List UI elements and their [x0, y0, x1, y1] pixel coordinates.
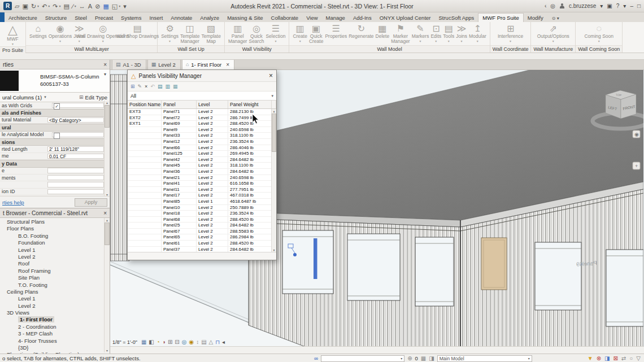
isolate-panel-icon[interactable]: ▦	[173, 84, 178, 89]
design-options-icon[interactable]: ◨	[429, 355, 434, 361]
analytical-model-icon[interactable]: △	[209, 339, 214, 346]
dialog-close-icon[interactable]: ×	[269, 72, 273, 80]
tree-item-1-first-floor[interactable]: 1- First Floor	[0, 316, 110, 323]
markers-button[interactable]: ✎Markers▾	[412, 23, 429, 43]
tree-item-foundation[interactable]: Foundation	[0, 239, 110, 246]
edit-panel-icon[interactable]: ✎	[138, 84, 142, 89]
ribbon-tab-massing-site[interactable]: Massing & Site	[223, 14, 267, 22]
pin-icon[interactable]: ○	[629, 355, 633, 361]
delete-button[interactable]: ▦Delete	[376, 23, 390, 39]
scale-button[interactable]: 1/8" = 1'-0"	[112, 339, 137, 345]
panel-row-panel42[interactable]: Panel42Level 2284.6482 lb	[128, 157, 272, 163]
property-row-tural-material[interactable]: tural Material<By Category>	[0, 117, 104, 124]
panel-row-panel45[interactable]: Panel45Level 2318.1100 lb	[128, 163, 272, 169]
worksharing-display-icon[interactable]: ↕	[196, 339, 199, 346]
properties-button[interactable]: ☰Properties	[325, 23, 347, 39]
operations-button[interactable]: ◉Operations▾	[49, 23, 72, 43]
redo-icon[interactable]: ↷	[53, 2, 58, 10]
ribbon-tab-onyx-upload-center[interactable]: ONYX Upload Center	[376, 14, 435, 22]
panel-row-panel69[interactable]: EXT1Panel69Level 2288.4520 lb	[128, 121, 272, 127]
cart-icon[interactable]: ▣	[607, 3, 612, 9]
active-workset-icon[interactable]: ∞	[314, 355, 318, 361]
file-tab[interactable]	[0, 12, 5, 22]
tree-item-3d-views[interactable]: 3D Views	[0, 309, 110, 316]
panel-row-panel41[interactable]: Panel41Level 2616.1658 lb	[128, 181, 272, 187]
panel-row-panel61[interactable]: Panel61Level 2288.4520 lb	[128, 241, 272, 247]
quick-create-button[interactable]: ▣Quick Create	[309, 23, 324, 44]
close-icon[interactable]: ×	[103, 210, 107, 216]
dialog-title-bar[interactable]: △ Panels Visibility Manager ×	[128, 70, 276, 82]
sync-icon[interactable]: ↻	[31, 2, 36, 10]
chevron-down-icon[interactable]: ▾	[104, 72, 106, 77]
property-row-as-with-grids[interactable]: as With Grids✓	[0, 102, 104, 109]
property-section-als-and-finishes[interactable]: als and Finishes	[0, 109, 104, 116]
close-icon[interactable]: ×	[226, 62, 229, 68]
user-avatar-icon[interactable]	[559, 3, 565, 9]
ribbon-tab-modify[interactable]: Modify	[524, 14, 547, 22]
view-tab-level-2[interactable]: ▦Level 2	[147, 60, 181, 69]
section-icon[interactable]: ⊘	[95, 2, 100, 10]
design-options-dropdown[interactable]: Main Model▾	[437, 355, 532, 362]
tree-item-level-1[interactable]: Level 1	[0, 247, 110, 254]
ribbon-tab-collaborate[interactable]: Collaborate	[267, 14, 303, 22]
property-row-ments[interactable]: ments	[0, 175, 104, 181]
property-section-y-data[interactable]: y Data	[0, 160, 104, 167]
property-row-e[interactable]: e	[0, 168, 104, 175]
tree-item-t-o-footing[interactable]: T.O. Footing	[0, 282, 110, 289]
tree-item-level-1[interactable]: Level 1	[0, 295, 110, 302]
mwf-button[interactable]: △MWF▾	[7, 23, 18, 46]
tree-item-4-floor-trusses[interactable]: 4- Floor Trusses	[0, 338, 110, 344]
panel-row-panel17[interactable]: Panel17Level 2467.0318 lb	[128, 193, 272, 199]
show-crop-icon[interactable]: ⊟	[175, 339, 179, 346]
unselect-elements-icon[interactable]: ⊗	[597, 355, 601, 361]
maximize-icon[interactable]: □	[637, 3, 641, 9]
detail-level-icon[interactable]: ▦	[141, 339, 146, 346]
tree-item-level-2[interactable]: Level 2	[0, 254, 110, 260]
collapse-viewbar-icon[interactable]: ◂	[222, 339, 225, 346]
panel-row-panel18[interactable]: Panel18Level 2236.3524 lb	[128, 211, 272, 217]
tree-item-structural-plans[interactable]: Structural Plans	[0, 219, 110, 225]
ribbon-tab-add-ins[interactable]: Add-Ins	[349, 14, 376, 22]
redo-arrow-icon[interactable]: ▾	[59, 4, 61, 8]
drawing-area[interactable]: ▤A1 - 3D▦Level 2⌂1- First Floor×	[110, 60, 644, 354]
ribbon-tab-precast[interactable]: Precast	[91, 14, 117, 22]
selected-stud[interactable]	[314, 238, 317, 279]
ribbon-tab-structure[interactable]: Structure	[41, 14, 71, 22]
panel-row-panel85[interactable]: Panel85Level 14618.6487 lb	[128, 199, 272, 205]
tree-item-b-o-footing[interactable]: B.O. Footing	[0, 233, 110, 239]
settings-button[interactable]: ⚙Settings▾	[161, 23, 179, 43]
user-menu-arrow-icon[interactable]: ▾	[600, 3, 603, 9]
ribbon-tab-architecture[interactable]: Architecture	[5, 14, 41, 22]
category-selector[interactable]: ural Columns (1) ▾ ⊞ Edit Type	[0, 93, 110, 102]
wall-shop-drawings-button[interactable]: ▤Wall Shop Drawings	[121, 23, 154, 39]
property-row-ion-id[interactable]: ion ID	[0, 189, 104, 195]
tree-item-site-plan[interactable]: Site Plan	[0, 274, 110, 281]
panel-row-panel72[interactable]: EXT2Panel72Level 2286.7499 lb	[128, 115, 272, 121]
modify-panel-arrow-icon[interactable]: ⊙ ▾	[552, 16, 559, 22]
window-opening[interactable]	[606, 250, 643, 326]
panel-row-panel37[interactable]: Panel37Level 2284.6482 lb	[128, 247, 272, 252]
ribbon-tab-annotate[interactable]: Annotate	[167, 14, 196, 22]
workset-dropdown[interactable]: ▾	[321, 355, 404, 362]
marker-manager-button[interactable]: ⚑Marker Manager	[391, 23, 410, 44]
properties-scrollbar[interactable]: ▴▾	[104, 101, 110, 197]
tree-item-2-coordination[interactable]: 2 - Coordination	[0, 324, 110, 330]
template-manager-button[interactable]: ◫Template Manager	[180, 23, 200, 44]
column-header-panel-weight[interactable]: Panel Weight	[228, 101, 272, 108]
checkbox-icon[interactable]: ✓	[54, 103, 60, 110]
panel-row-panel12[interactable]: Panel12Level 2236.3524 lb	[128, 139, 272, 145]
ribbon-tab-analyze[interactable]: Analyze	[196, 14, 223, 22]
undo-icon[interactable]: ↶	[150, 84, 155, 89]
panel-row-panel65[interactable]: Panel65Level 2286.2984 lb	[128, 234, 272, 241]
property-row-le-analytical-model[interactable]: le Analytical Model	[0, 132, 104, 138]
hide-panel-icon[interactable]: ▥	[165, 84, 170, 89]
exclude-options-icon[interactable]: ⊠	[613, 355, 617, 361]
edit-type-button[interactable]: ⊞ Edit Type	[79, 94, 107, 101]
tree-item-floor-plans[interactable]: Floor Plans	[0, 225, 110, 232]
switch-windows-arrow-icon[interactable]: ▾	[119, 4, 120, 8]
ribbon-tab-view[interactable]: View	[302, 14, 321, 22]
browser-scrollbar[interactable]: ▴▾	[104, 218, 110, 352]
type-selector[interactable]: BIMSF-SSMA-S-Column 6005137-33 ▾	[0, 69, 110, 93]
window-opening[interactable]	[282, 230, 333, 294]
quick-search-button[interactable]: ◎Quick Search	[249, 23, 264, 44]
